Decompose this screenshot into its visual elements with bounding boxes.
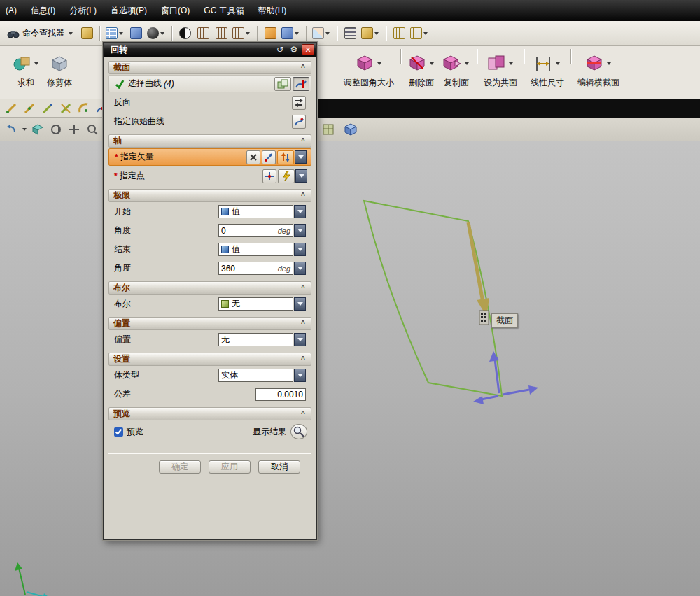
gear-icon[interactable]: ⚙ (288, 44, 300, 55)
measure-icon[interactable] (360, 25, 382, 42)
snap-midpoint-icon[interactable] (21, 100, 38, 117)
zoom-view-icon[interactable] (84, 121, 101, 138)
menu-item-help[interactable]: 帮助(H) (258, 5, 287, 17)
boolean-combo[interactable]: 无 (218, 297, 306, 311)
boolean-dropdown-button[interactable] (294, 297, 306, 311)
section-header-section[interactable]: 截面 ^ (108, 61, 312, 74)
collapse-chevron-icon[interactable]: ^ (298, 63, 309, 73)
collapse-chevron-icon[interactable]: ^ (298, 136, 309, 146)
view-layout-icon[interactable] (104, 25, 126, 42)
start-angle-input[interactable] (221, 226, 265, 236)
chevron-down-icon[interactable] (34, 62, 38, 65)
start-angle-options-button[interactable] (294, 224, 306, 237)
menu-item-window[interactable]: 窗口(O) (161, 5, 190, 17)
end-mode-combo[interactable]: 值 (218, 243, 306, 256)
origin-curve-button[interactable] (292, 115, 306, 129)
back-arrow-icon[interactable] (3, 121, 20, 138)
end-angle-input[interactable] (221, 264, 265, 274)
start-mode-dropdown-button[interactable] (294, 205, 306, 218)
section-header-axis[interactable]: 轴 ^ (108, 134, 312, 148)
view-cube-icon[interactable] (127, 25, 144, 42)
chevron-down-icon[interactable] (465, 62, 469, 65)
section-header-settings[interactable]: 设置 ^ (108, 353, 312, 366)
command-finder[interactable]: 命令查找器 (4, 26, 77, 41)
offset-combo[interactable]: 无 (218, 333, 306, 346)
move-component-icon[interactable] (262, 25, 279, 42)
vector-dropdown-button[interactable] (295, 150, 307, 164)
assembly-load-icon[interactable] (231, 25, 253, 42)
snap-endpoint-icon[interactable] (3, 100, 20, 117)
point-inferred-button[interactable] (278, 169, 295, 183)
chevron-down-icon[interactable] (607, 62, 611, 65)
linear-dimension-button[interactable]: 线性尺寸 (527, 49, 568, 90)
assembly-icon[interactable] (195, 25, 211, 42)
pan-view-icon[interactable] (66, 121, 83, 138)
vector-dialog-button[interactable] (262, 150, 276, 164)
rotate-view-icon[interactable] (48, 121, 64, 138)
collapse-chevron-icon[interactable]: ^ (298, 283, 309, 293)
close-button[interactable]: ✕ (302, 44, 314, 55)
assembly-open-icon[interactable] (213, 25, 230, 42)
end-angle-options-button[interactable] (294, 262, 306, 275)
offset-dropdown-button[interactable] (294, 333, 306, 346)
trim-body-button[interactable]: 修剪体 (43, 49, 76, 90)
render-style-icon[interactable] (146, 25, 167, 42)
layer-settings-icon[interactable] (320, 121, 337, 138)
end-mode-dropdown-button[interactable] (294, 243, 306, 256)
part-navigator-icon[interactable] (342, 25, 358, 42)
menu-item-information[interactable]: 信息(I) (31, 5, 55, 17)
point-dropdown-button[interactable] (295, 169, 307, 183)
section-handle-label[interactable]: 截面 (491, 313, 518, 328)
menu-item-gc-toolbox[interactable]: GC 工具箱 (204, 5, 244, 17)
section-header-boolean[interactable]: 布尔 ^ (108, 281, 312, 295)
snap-arc-center-icon[interactable] (76, 100, 92, 117)
copy-face-button[interactable]: 复制面 (439, 49, 474, 90)
select-curve-row[interactable]: 选择曲线 (4) (108, 75, 312, 92)
menu-item-assemblies[interactable]: (A) (6, 6, 17, 15)
section-header-preview[interactable]: 预览 ^ (108, 407, 312, 420)
delete-face-button[interactable]: 删除面 (404, 49, 439, 90)
shaded-view-icon[interactable] (342, 121, 359, 138)
tolerance-input[interactable] (255, 388, 306, 401)
show-result-button[interactable] (290, 424, 307, 439)
clear-vector-button[interactable] (246, 150, 260, 164)
reset-icon[interactable]: ↺ (274, 44, 286, 55)
specify-vector-row[interactable]: * 指定矢量 (108, 148, 312, 166)
stop-at-intersection-button[interactable] (293, 77, 309, 91)
section-header-limits[interactable]: 极限 ^ (108, 189, 312, 202)
chevron-down-icon[interactable] (430, 62, 434, 65)
ok-button[interactable]: 确定 (159, 460, 201, 474)
resize-blend-button[interactable]: 调整圆角大小 (340, 49, 398, 90)
body-type-dropdown-button[interactable] (294, 369, 306, 382)
curve-rule-button[interactable] (274, 77, 291, 91)
make-coplanar-button[interactable]: 设为共面 (480, 49, 521, 90)
annotation-icon[interactable] (391, 25, 407, 42)
snap-control-point-icon[interactable] (39, 100, 56, 117)
constrain-icon[interactable] (280, 25, 302, 42)
chevron-down-icon[interactable] (509, 62, 513, 65)
dimension-icon[interactable] (409, 25, 430, 42)
collapse-chevron-icon[interactable]: ^ (298, 319, 309, 329)
reverse-direction-button[interactable] (292, 96, 306, 110)
start-mode-combo[interactable]: 值 (218, 205, 306, 218)
dialog-titlebar[interactable]: 回转 ↺ ⚙ ✕ (104, 43, 316, 57)
apply-button[interactable]: 应用 (209, 460, 251, 474)
menu-item-analysis[interactable]: 分析(L) (69, 5, 97, 17)
chevron-down-icon[interactable] (22, 128, 27, 131)
unite-button[interactable]: 求和 (8, 49, 43, 90)
cancel-button[interactable]: 取消 (258, 460, 300, 474)
collapse-chevron-icon[interactable]: ^ (298, 409, 309, 419)
point-dialog-button[interactable] (262, 169, 276, 183)
orient-view-icon[interactable] (29, 121, 46, 138)
menu-item-preferences[interactable]: 首选项(P) (111, 5, 147, 17)
chevron-down-icon[interactable] (377, 62, 382, 65)
datum-csys-icon[interactable] (311, 25, 332, 42)
collapse-chevron-icon[interactable]: ^ (298, 191, 309, 201)
snap-intersection-icon[interactable] (57, 100, 74, 117)
chevron-down-icon[interactable] (556, 62, 560, 65)
section-header-offset[interactable]: 偏置 ^ (108, 317, 312, 330)
display-mode-icon[interactable] (176, 25, 193, 42)
preview-checkbox[interactable] (114, 427, 123, 437)
edit-section-button[interactable]: 编辑横截面 (574, 49, 623, 90)
body-type-combo[interactable]: 实体 (218, 369, 306, 382)
